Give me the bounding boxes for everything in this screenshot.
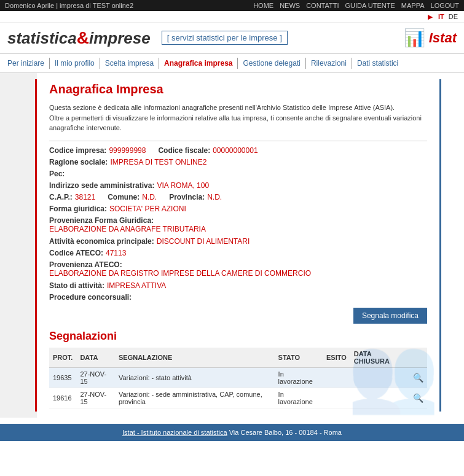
nav-home[interactable]: HOME xyxy=(253,2,273,9)
block-indirizzo: Indirizzo sede amministrativa: VIA ROMA,… xyxy=(49,181,209,190)
block-comune: Comune: N.D. xyxy=(108,193,157,201)
table-header-row: PROT. DATA SEGNALAZIONE STATO ESITO DATA… xyxy=(49,348,427,368)
language-bar: ▶ IT DE xyxy=(0,11,464,23)
istat-label: Istat xyxy=(429,30,457,46)
forma-giuridica-label: Forma giuridica: xyxy=(49,205,107,213)
row-indirizzo: Indirizzo sede amministrativa: VIA ROMA,… xyxy=(49,181,427,190)
col-actions xyxy=(409,348,427,368)
row-procedure: Procedure concorsuali: xyxy=(49,293,427,302)
row-codici: Codice impresa: 999999998 Codice fiscale… xyxy=(49,146,427,155)
col-stato: STATO xyxy=(275,348,323,368)
top-bar: Domenico Aprile | impresa di TEST online… xyxy=(0,0,464,11)
lang-arrow-icon: ▶ xyxy=(428,14,433,20)
section-provenienza-forma: Provenienza Forma Giuridica: ELABORAZION… xyxy=(49,216,427,233)
block-codice-impresa: Codice impresa: 999999998 xyxy=(49,146,146,155)
stato-label: Stato di attività: xyxy=(49,281,104,290)
codice-ateco-label: Codice ATECO: xyxy=(49,249,103,257)
cell-data-chiusura xyxy=(350,367,409,388)
comune-value: N.D. xyxy=(142,193,157,201)
comune-label: Comune: xyxy=(108,193,140,201)
section-provenienza-ateco: Provenienza ATECO: ELABORAZIONE DA REGIS… xyxy=(49,260,427,278)
row-attivita: Attività economica principale: DISCOUNT … xyxy=(49,237,427,246)
col-data: DATA xyxy=(76,348,115,368)
nav-profilo[interactable]: Il mio profilo xyxy=(50,58,100,69)
nav-gestione-delegati[interactable]: Gestione delegati xyxy=(238,58,305,69)
istat-icon: 📊 xyxy=(404,28,425,48)
block-ragione-sociale: Ragione sociale: IMPRESA DI TEST ONLINE2 xyxy=(49,158,206,166)
intro-line1: Questa sezione è dedicata alle informazi… xyxy=(49,104,395,111)
row-stato: Stato di attività: IMPRESA ATTIVA xyxy=(49,281,427,290)
nav-per-iniziare[interactable]: Per iniziare xyxy=(7,58,50,69)
nav-anagrafica-impresa[interactable]: Anagrafica impresa xyxy=(159,58,238,69)
block-cap: C.A.P.: 38121 xyxy=(49,193,95,201)
lang-de[interactable]: DE xyxy=(449,13,458,20)
cell-segnalazione: Variazioni: - sede amministrativa, CAP, … xyxy=(115,388,275,408)
stato-value: IMPRESA ATTIVA xyxy=(107,281,166,290)
logo-ampersand: & xyxy=(77,28,89,48)
cell-esito xyxy=(323,367,350,388)
col-segnalazione: SEGNALAZIONE xyxy=(115,348,275,368)
left-border xyxy=(0,73,37,418)
block-forma-giuridica: Forma giuridica: SOCIETA' PER AZIONI xyxy=(49,205,186,213)
nav-rilevazioni[interactable]: Rilevazioni xyxy=(306,58,352,69)
nav-contatti[interactable]: CONTATTI xyxy=(306,2,339,9)
cell-segnalazione: Variazioni: - stato attività xyxy=(115,367,275,388)
table-row: 19616 27-NOV-15 Variazioni: - sede ammin… xyxy=(49,388,427,408)
ragione-sociale-label: Ragione sociale: xyxy=(49,158,108,166)
cell-prot: 19616 xyxy=(49,388,76,408)
content-area: Anagrafica Impresa Questa sezione è dedi… xyxy=(37,73,439,418)
row-ragione-sociale: Ragione sociale: IMPRESA DI TEST ONLINE2 xyxy=(49,158,427,166)
nav-logout[interactable]: LOGOUT xyxy=(431,2,459,9)
provenienza-forma-label: Provenienza Forma Giuridica: xyxy=(49,216,427,225)
forma-giuridica-value: SOCIETA' PER AZIONI xyxy=(109,205,186,213)
cap-value: 38121 xyxy=(75,193,95,201)
pec-label: Pec: xyxy=(49,170,65,178)
block-codice-ateco: Codice ATECO: 47113 xyxy=(49,249,126,257)
footer-text: Istat - Istituto nazionale di statistica… xyxy=(122,429,342,436)
attivita-value: DISCOUNT DI ALIMENTARI xyxy=(157,237,250,246)
nav-scelta-impresa[interactable]: Scelta impresa xyxy=(100,58,159,69)
block-procedure: Procedure concorsuali: xyxy=(49,293,134,302)
codice-fiscale-label: Codice fiscale: xyxy=(158,146,210,155)
segnala-modifica-button[interactable]: Segnala modifica xyxy=(353,308,427,324)
procedure-label: Procedure concorsuali: xyxy=(49,293,132,302)
nav-mappa[interactable]: MAPPA xyxy=(401,2,425,9)
provincia-label: Provincia: xyxy=(169,193,205,201)
lang-it[interactable]: IT xyxy=(438,13,444,20)
provenienza-ateco-value: ELABORAZIONE DA REGISTRO IMPRESE DELLA C… xyxy=(49,269,427,278)
main-wrapper: Anagrafica Impresa Questa sezione è dedi… xyxy=(0,73,464,418)
codice-impresa-label: Codice impresa: xyxy=(49,146,106,155)
left-border-line xyxy=(35,79,37,412)
table-head: PROT. DATA SEGNALAZIONE STATO ESITO DATA… xyxy=(49,348,427,368)
nav-guida[interactable]: GUIDA UTENTE xyxy=(345,2,395,9)
logo-brand: statistica & imprese xyxy=(7,28,151,48)
intro-line2: Oltre a permetterti di visualizzare le i… xyxy=(49,114,422,132)
segnalazioni-table: PROT. DATA SEGNALAZIONE STATO ESITO DATA… xyxy=(49,348,427,408)
provenienza-ateco-label: Provenienza ATECO: xyxy=(49,260,427,269)
segnalazioni-title: Segnalazioni xyxy=(49,330,427,343)
block-attivita: Attività economica principale: DISCOUNT … xyxy=(49,237,250,246)
cell-stato: In lavorazione xyxy=(275,388,323,408)
top-nav: HOME NEWS CONTATTI GUIDA UTENTE MAPPA LO… xyxy=(253,2,459,9)
logo-imprese-text: imprese xyxy=(89,29,151,48)
block-pec: Pec: xyxy=(49,170,67,178)
codice-impresa-value: 999999998 xyxy=(109,146,146,155)
nav-news[interactable]: NEWS xyxy=(280,2,300,9)
cell-esito xyxy=(323,388,350,408)
nav-dati-statistici[interactable]: Dati statistici xyxy=(352,58,403,69)
cell-search[interactable]: 🔍 xyxy=(409,367,427,388)
right-border-line xyxy=(439,79,441,412)
intro-text: Questa sezione è dedicata alle informazi… xyxy=(49,103,427,133)
col-prot: PROT. xyxy=(49,348,76,368)
codice-fiscale-value: 00000000001 xyxy=(213,146,258,155)
cell-search[interactable]: 🔍 xyxy=(409,388,427,408)
footer: Istat - Istituto nazionale di statistica… xyxy=(0,424,464,441)
right-border xyxy=(439,73,464,418)
col-esito: ESITO xyxy=(323,348,350,368)
ragione-sociale-value: IMPRESA DI TEST ONLINE2 xyxy=(110,158,206,166)
istat-logo: 📊 Istat xyxy=(404,28,457,48)
row-pec: Pec: xyxy=(49,170,427,178)
logo-tagline: [ servizi statistici per le imprese ] xyxy=(162,31,288,45)
footer-istat-link[interactable]: Istat - Istituto nazionale di statistica xyxy=(122,429,227,436)
logo-stat-text: statistica xyxy=(7,29,77,48)
